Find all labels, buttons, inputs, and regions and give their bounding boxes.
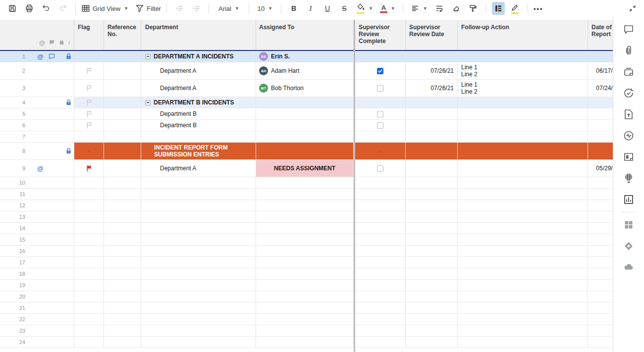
cell-followup[interactable] [458,223,588,234]
cell-review_complete[interactable] [355,234,406,246]
sidebar-activity-log-icon[interactable] [623,130,635,142]
cell-flag[interactable] [74,211,104,223]
row-number[interactable]: 2 [0,62,27,80]
cell-ref[interactable] [104,337,141,348]
cell-flag[interactable] [74,291,104,302]
cell-followup[interactable] [458,280,588,291]
cell-department[interactable] [141,131,256,143]
sidebar-comments-icon[interactable] [623,23,635,35]
cell-followup[interactable] [458,268,588,280]
cell-department[interactable] [141,268,256,280]
cell-flag[interactable] [74,325,104,337]
column-header-assigned[interactable]: Assigned To [256,20,354,50]
cell-department[interactable] [141,223,256,234]
cell-review_complete[interactable] [355,177,406,189]
cell-review_complete[interactable] [355,314,406,325]
cell-ref[interactable] [104,302,141,314]
cell-ref[interactable] [104,257,141,268]
cell-department[interactable] [141,234,256,246]
cell-date_of_report[interactable]: 06/17/21 [588,62,613,80]
cell-followup[interactable] [458,291,588,302]
cell-review_complete[interactable] [355,325,406,337]
cell-department[interactable]: DEPARTMENT B INCIDENTS [141,97,256,108]
cell-department[interactable] [141,257,256,268]
sidebar-proofs-icon[interactable] [623,66,635,78]
cell-flag[interactable] [74,108,104,120]
cell-followup[interactable] [458,51,588,62]
row-number[interactable]: 24 [0,337,27,348]
cell-review_complete[interactable] [355,62,406,80]
print-button[interactable] [23,2,36,15]
cell-date_of_report[interactable] [588,51,613,62]
cell-department[interactable]: Department B [141,108,256,120]
cell-review_date[interactable] [406,234,458,246]
cell-review_date[interactable] [406,143,458,160]
redo-button[interactable] [56,2,69,15]
row-number[interactable]: 7 [0,131,27,143]
cell-review_date[interactable] [406,268,458,280]
attachment-icon[interactable]: @ [37,165,45,172]
cell-review_date[interactable] [406,302,458,314]
cell-followup[interactable] [458,177,588,189]
cell-assigned[interactable] [256,325,354,337]
cell-ref[interactable] [104,234,141,246]
cell-ref[interactable] [104,160,141,177]
row-number[interactable]: 10 [0,177,27,189]
more-options-button[interactable]: ••• [532,2,545,15]
cell-review_date[interactable]: 07/26/21 [406,62,458,80]
cell-ref[interactable] [104,291,141,302]
cell-followup[interactable] [458,314,588,325]
cell-review_date[interactable] [406,257,458,268]
lock-icon[interactable] [65,148,72,155]
cell-followup[interactable] [458,131,588,143]
lock-icon[interactable] [65,53,72,60]
highlight-button[interactable] [509,2,522,15]
cell-review_date[interactable] [406,246,458,257]
cell-assigned[interactable] [256,143,354,160]
column-header-ref[interactable]: Reference No. [104,20,141,50]
cell-date_of_report[interactable]: 07/24/21 [588,80,613,97]
column-header-review_date[interactable]: Supervisor Review Date [406,20,458,50]
cell-assigned[interactable] [256,211,354,223]
cell-review_date[interactable] [406,131,458,143]
cell-assigned[interactable]: ESErin S. [256,51,354,62]
sidebar-whats-new-icon[interactable] [623,172,635,184]
cell-date_of_report[interactable] [588,314,613,325]
save-button[interactable] [6,2,19,15]
cell-assigned[interactable] [256,257,354,268]
italic-button[interactable]: I [304,2,317,15]
cell-review_complete[interactable] [355,108,406,120]
row-number[interactable]: 16 [0,246,27,257]
sidebar-tags-icon[interactable] [623,261,635,273]
cell-department[interactable] [141,302,256,314]
cell-assigned[interactable] [256,177,354,189]
cell-ref[interactable] [104,211,141,223]
cell-date_of_report[interactable] [588,302,613,314]
cell-date_of_report[interactable] [588,325,613,337]
cell-date_of_report[interactable] [588,234,613,246]
row-number[interactable]: 5 [0,108,27,120]
cell-review_complete[interactable]: - [355,143,406,160]
font-family-select[interactable]: Arial ▼ [213,2,245,15]
cell-review_date[interactable] [406,223,458,234]
font-size-select[interactable]: 10 ▼ [253,2,277,15]
cell-assigned[interactable]: BTBob Thorton [256,80,354,97]
cell-followup[interactable] [458,234,588,246]
row-number[interactable]: 14 [0,223,27,234]
row-number[interactable]: 4 [0,97,27,108]
row-number[interactable]: 13 [0,211,27,223]
bold-button[interactable]: B [287,2,300,15]
cell-review_date[interactable] [406,108,458,120]
cell-ref[interactable] [104,51,141,62]
cell-review_complete[interactable] [355,257,406,268]
row-number[interactable]: 11 [0,189,27,200]
freeze-pane-divider[interactable] [354,20,355,352]
cell-flag[interactable] [74,160,104,177]
cell-review_complete[interactable] [355,246,406,257]
cell-date_of_report[interactable] [588,200,613,211]
cell-flag[interactable]: - [74,143,104,160]
cell-review_date[interactable] [406,189,458,200]
sidebar-publish-icon[interactable] [623,108,635,120]
supervisor-review-checkbox[interactable] [377,122,383,129]
cell-ref[interactable] [104,80,141,97]
